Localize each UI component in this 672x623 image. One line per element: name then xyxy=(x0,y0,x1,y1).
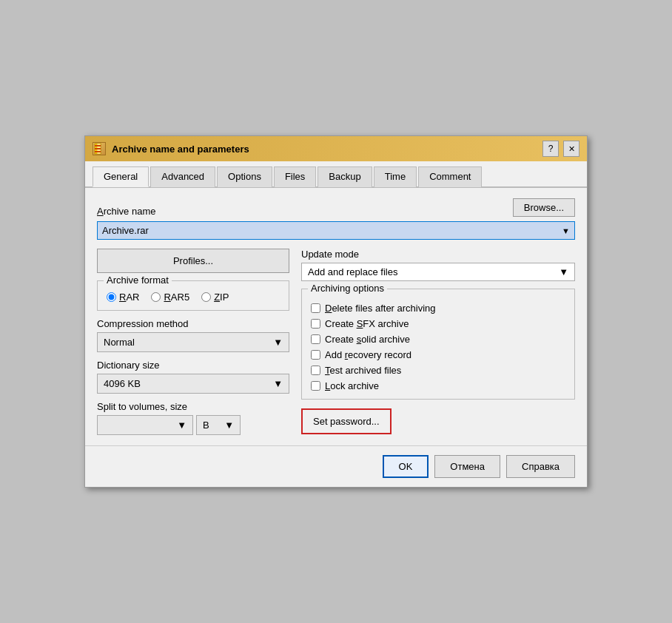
svg-rect-4 xyxy=(95,151,101,152)
archive-dropdown-arrow: ▼ xyxy=(562,226,570,235)
checkbox-sfx-label: Create SFX archive xyxy=(325,318,409,329)
radio-rar-label: RAR xyxy=(119,292,139,303)
checkbox-test[interactable]: Test archived files xyxy=(311,365,565,376)
checkbox-solid-input[interactable] xyxy=(311,334,320,344)
title-bar-controls: ? ✕ xyxy=(542,141,579,157)
update-mode-section: Update mode Add and replace files ▼ xyxy=(301,249,575,281)
split-section: Split to volumes, size ▼ B ▼ xyxy=(97,401,289,435)
checkbox-delete-label: Delete files after archiving xyxy=(325,303,436,314)
checkbox-solid-label: Create solid archive xyxy=(325,334,410,345)
archive-format-legend: Archive format xyxy=(104,275,172,286)
radio-zip[interactable]: ZIP xyxy=(201,292,229,303)
update-mode-value: Add and replace files xyxy=(308,266,397,277)
tab-bar: General Advanced Options Files Backup Ti… xyxy=(85,161,587,188)
checkbox-lock-input[interactable] xyxy=(311,381,320,391)
title-bar-left: Archive name and parameters xyxy=(93,142,249,155)
left-column: Profiles... Archive format RAR RAR5 xyxy=(97,249,289,435)
title-bar: Archive name and parameters ? ✕ xyxy=(85,136,587,161)
checkbox-delete-files[interactable]: Delete files after archiving xyxy=(311,303,565,314)
split-unit-arrow: ▼ xyxy=(224,420,234,431)
set-password-button[interactable]: Set password... xyxy=(301,408,392,434)
archive-name-value: Archive.rar xyxy=(102,225,149,236)
archive-format-group: Archive format RAR RAR5 ZIP xyxy=(97,280,289,311)
main-content: Archive name Browse... Archive.rar ▼ Pro… xyxy=(85,188,587,445)
archive-name-row: Archive name Browse... xyxy=(97,198,575,217)
split-value-arrow: ▼ xyxy=(177,420,187,431)
checkbox-list: Delete files after archiving Create SFX … xyxy=(311,303,565,391)
svg-rect-3 xyxy=(95,148,101,149)
checkbox-sfx-input[interactable] xyxy=(311,319,320,329)
tab-comment[interactable]: Comment xyxy=(418,166,482,187)
set-password-section: Set password... xyxy=(301,408,575,434)
split-unit-select[interactable]: B ▼ xyxy=(196,415,241,435)
split-unit-value: B xyxy=(203,420,209,431)
profiles-button[interactable]: Profiles... xyxy=(97,249,289,273)
radio-rar5[interactable]: RAR5 xyxy=(151,292,189,303)
checkbox-recovery-input[interactable] xyxy=(311,350,320,360)
app-icon xyxy=(93,142,106,155)
radio-zip-label: ZIP xyxy=(214,292,229,303)
checkbox-recovery[interactable]: Add recovery record xyxy=(311,349,565,360)
dialog-title: Archive name and parameters xyxy=(112,144,249,155)
svg-rect-2 xyxy=(95,145,101,147)
archive-name-input[interactable]: Archive.rar ▼ xyxy=(97,221,575,240)
dictionary-label: Dictionary size xyxy=(97,360,289,371)
update-mode-arrow: ▼ xyxy=(559,266,568,277)
split-inputs: ▼ B ▼ xyxy=(97,415,289,435)
checkbox-recovery-label: Add recovery record xyxy=(325,349,411,360)
checkbox-test-input[interactable] xyxy=(311,366,320,375)
tab-time[interactable]: Time xyxy=(374,166,417,187)
split-label: Split to volumes, size xyxy=(97,401,289,412)
radio-zip-input[interactable] xyxy=(201,292,211,302)
dictionary-dropdown[interactable]: 4096 KB ▼ xyxy=(97,374,289,394)
tab-files[interactable]: Files xyxy=(274,166,316,187)
archiving-options-legend: Archiving options xyxy=(308,283,387,294)
split-value-input[interactable]: ▼ xyxy=(97,415,193,435)
radio-group: RAR RAR5 ZIP xyxy=(107,292,280,303)
browse-button[interactable]: Browse... xyxy=(513,198,575,217)
dialog-window: Archive name and parameters ? ✕ General … xyxy=(84,135,588,488)
update-mode-label: Update mode xyxy=(301,249,575,260)
update-mode-dropdown[interactable]: Add and replace files ▼ xyxy=(301,263,575,281)
cancel-button[interactable]: Отмена xyxy=(434,455,500,478)
tab-general[interactable]: General xyxy=(93,166,149,187)
dictionary-value: 4096 KB xyxy=(104,378,141,389)
checkbox-solid[interactable]: Create solid archive xyxy=(311,334,565,345)
close-button[interactable]: ✕ xyxy=(563,141,579,157)
compression-section: Compression method Normal ▼ xyxy=(97,318,289,352)
checkbox-delete-input[interactable] xyxy=(311,303,320,313)
help-button[interactable]: ? xyxy=(542,141,559,157)
archiving-options-group: Archiving options Delete files after arc… xyxy=(301,289,575,400)
checkbox-test-label: Test archived files xyxy=(325,365,401,376)
ok-button[interactable]: OK xyxy=(383,455,429,478)
compression-dropdown[interactable]: Normal ▼ xyxy=(97,332,289,352)
compression-label: Compression method xyxy=(97,318,289,329)
radio-rar-input[interactable] xyxy=(107,292,116,302)
tab-advanced[interactable]: Advanced xyxy=(150,166,215,187)
tab-options[interactable]: Options xyxy=(217,166,272,187)
radio-rar5-label: RAR5 xyxy=(164,292,189,303)
radio-rar[interactable]: RAR xyxy=(107,292,139,303)
tab-backup[interactable]: Backup xyxy=(317,166,372,187)
dictionary-arrow: ▼ xyxy=(273,378,283,389)
compression-value: Normal xyxy=(104,337,135,348)
checkbox-sfx[interactable]: Create SFX archive xyxy=(311,318,565,329)
main-two-col: Profiles... Archive format RAR RAR5 xyxy=(97,249,575,435)
dialog-footer: OK Отмена Справка xyxy=(85,445,587,487)
radio-rar5-input[interactable] xyxy=(151,292,161,302)
archive-name-label: Archive name xyxy=(97,206,155,217)
checkbox-lock[interactable]: Lock archive xyxy=(311,380,565,391)
help-footer-button[interactable]: Справка xyxy=(506,455,575,478)
right-column: Update mode Add and replace files ▼ Arch… xyxy=(301,249,575,435)
dictionary-section: Dictionary size 4096 KB ▼ xyxy=(97,360,289,394)
checkbox-lock-label: Lock archive xyxy=(325,380,379,391)
compression-arrow: ▼ xyxy=(273,337,283,348)
